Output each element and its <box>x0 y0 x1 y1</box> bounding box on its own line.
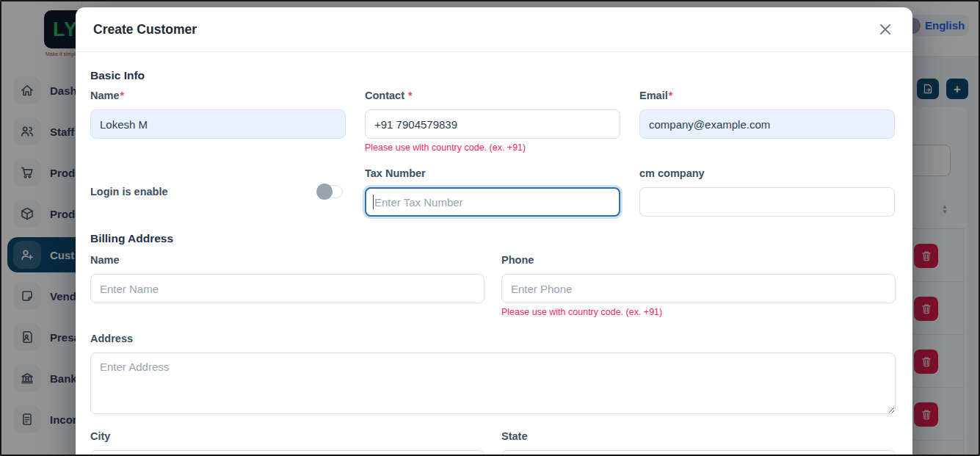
city-field-group: City <box>90 429 484 456</box>
name-field-group: Name* <box>90 88 346 139</box>
address-field-group: Address <box>90 331 896 417</box>
login-enable-toggle[interactable] <box>316 184 344 199</box>
tax-number-field-group: Tax Number <box>365 166 620 217</box>
cm-company-label: cm company <box>639 166 895 181</box>
billing-phone-field-group: Phone Please use with country code. (ex.… <box>501 253 896 317</box>
billing-phone-input[interactable] <box>501 274 896 303</box>
state-field-group: State <box>501 429 896 456</box>
cm-company-field-group: cm company <box>639 166 895 217</box>
city-label: City <box>90 429 484 444</box>
contact-helper-text: Please use with country code. (ex. +91) <box>365 142 620 153</box>
tax-number-input[interactable] <box>365 187 620 217</box>
basic-info-heading: Basic Info <box>90 69 145 82</box>
state-label: State <box>501 429 896 444</box>
billing-phone-label: Phone <box>501 253 896 267</box>
modal-header: Create Customer <box>76 7 912 52</box>
cm-company-input[interactable] <box>639 187 895 217</box>
close-icon <box>878 22 893 37</box>
contact-label: Contact* <box>365 88 620 103</box>
state-input[interactable] <box>501 450 896 456</box>
create-customer-modal: Create Customer Basic Info Name* Contact… <box>76 7 912 456</box>
billing-name-label: Name <box>90 253 484 267</box>
login-enable-label: Login is enable <box>90 186 168 198</box>
billing-name-field-group: Name <box>90 253 484 303</box>
billing-phone-helper-text: Please use with country code. (ex. +91) <box>501 307 896 317</box>
contact-input[interactable] <box>365 109 620 139</box>
billing-address-heading: Billing Address <box>90 232 173 245</box>
address-label: Address <box>90 331 896 346</box>
city-input[interactable] <box>90 450 484 456</box>
address-textarea[interactable] <box>90 352 896 414</box>
contact-field-group: Contact* Please use with country code. (… <box>365 88 620 153</box>
name-label: Name* <box>90 88 346 103</box>
name-input[interactable] <box>90 109 346 139</box>
email-field-group: Email* <box>639 88 895 139</box>
app-window: English LY Make it simple Dash Staff <box>0 0 980 456</box>
text-caret <box>373 195 374 209</box>
billing-name-input[interactable] <box>90 274 484 303</box>
close-button[interactable] <box>877 22 893 38</box>
tax-number-label: Tax Number <box>365 166 620 181</box>
email-input[interactable] <box>639 109 895 139</box>
email-label: Email* <box>639 88 895 103</box>
modal-title: Create Customer <box>93 22 197 37</box>
